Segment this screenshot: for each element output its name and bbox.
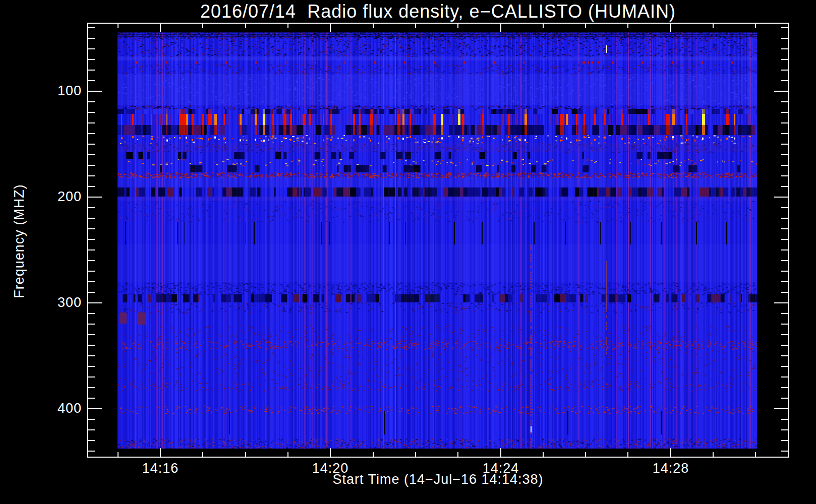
y-minor-tick-right [781,80,788,81]
y-tick-label: 200 [46,189,82,205]
y-minor-tick-right [781,451,788,452]
x-minor-tick-top [202,24,203,28]
y-minor-tick [88,345,95,346]
y-minor-tick-right [781,218,788,219]
x-minor-tick [245,452,246,457]
x-minor-tick [202,452,203,457]
y-minor-tick-right [781,387,788,388]
y-minor-tick [88,376,95,377]
y-minor-tick [88,239,95,240]
y-minor-tick [88,451,95,452]
y-major-tick-right [774,302,788,303]
y-minor-tick [88,144,95,145]
y-minor-tick [88,271,95,272]
y-minor-tick-right [781,144,788,145]
y-minor-tick [88,112,95,113]
y-minor-tick [88,38,95,39]
y-minor-tick-right [781,440,788,441]
y-major-tick [88,408,102,409]
y-minor-tick [88,281,95,282]
x-minor-tick-top [713,24,714,28]
x-major-tick [670,448,671,457]
spectrogram-page: 2016/07/14 Radio flux density, e−CALLIST… [0,0,816,504]
y-minor-tick [88,249,95,250]
y-minor-tick [88,334,95,335]
x-minor-tick-top [373,24,374,28]
x-minor-tick [415,452,416,457]
x-minor-tick [585,452,586,457]
x-minor-tick [713,452,714,457]
y-minor-tick-right [781,345,788,346]
y-minor-tick [88,80,95,81]
x-major-tick-top [670,24,671,32]
x-minor-tick-top [755,24,756,28]
y-minor-tick [88,355,95,356]
y-minor-tick [88,387,95,388]
y-minor-tick-right [781,249,788,250]
y-minor-tick-right [781,122,788,123]
x-minor-tick-top [118,24,119,28]
x-minor-tick [118,452,119,457]
spectrogram-image [118,32,757,449]
y-minor-tick-right [781,281,788,282]
y-major-tick-right [774,197,788,198]
y-minor-tick [88,440,95,441]
y-minor-tick [88,398,95,399]
y-minor-tick [88,260,95,261]
y-minor-tick-right [781,38,788,39]
y-minor-tick-right [781,292,788,293]
x-minor-tick [287,452,288,457]
x-minor-tick-top [245,24,246,28]
x-major-tick-top [500,24,501,32]
x-major-tick [330,448,331,457]
x-minor-tick-top [543,24,544,28]
y-major-tick [88,197,102,198]
y-axis-title: Frequency (MHZ) [12,141,27,342]
x-major-tick [500,448,501,457]
y-major-tick [88,91,102,92]
y-minor-tick-right [781,260,788,261]
y-tick-label: 400 [46,401,82,416]
x-minor-tick [373,452,374,457]
x-minor-tick-top [415,24,416,28]
y-minor-tick-right [781,175,788,176]
y-minor-tick-right [781,112,788,113]
y-major-tick-right [774,91,788,92]
x-major-tick [160,448,161,457]
y-minor-tick [88,165,95,166]
y-tick-label: 100 [46,83,82,99]
y-major-tick [88,302,102,303]
y-minor-tick [88,207,95,208]
y-minor-tick [88,429,95,430]
y-minor-tick-right [781,324,788,325]
x-axis-title: Start Time (14−Jul−16 14:14:38) [87,472,789,487]
x-major-tick-top [160,24,161,32]
y-minor-tick-right [781,133,788,134]
y-minor-tick-right [781,429,788,430]
x-minor-tick [755,452,756,457]
y-minor-tick [88,419,95,420]
x-minor-tick-top [457,24,458,28]
y-minor-tick-right [781,207,788,208]
x-minor-tick [543,452,544,457]
y-minor-tick [88,292,95,293]
y-minor-tick [88,366,95,367]
y-minor-tick [88,218,95,219]
y-minor-tick-right [781,228,788,229]
y-minor-tick-right [781,48,788,49]
y-tick-label: 300 [46,295,82,310]
y-minor-tick-right [781,27,788,28]
y-minor-tick-right [781,186,788,187]
y-minor-tick-right [781,334,788,335]
x-minor-tick-top [585,24,586,28]
y-minor-tick [88,154,95,155]
y-minor-tick [88,228,95,229]
y-minor-tick-right [781,376,788,377]
y-minor-tick-right [781,239,788,240]
y-minor-tick-right [781,70,788,71]
y-minor-tick [88,122,95,123]
y-minor-tick [88,59,95,60]
x-major-tick-top [330,24,331,32]
y-minor-tick [88,324,95,325]
y-minor-tick [88,27,95,28]
